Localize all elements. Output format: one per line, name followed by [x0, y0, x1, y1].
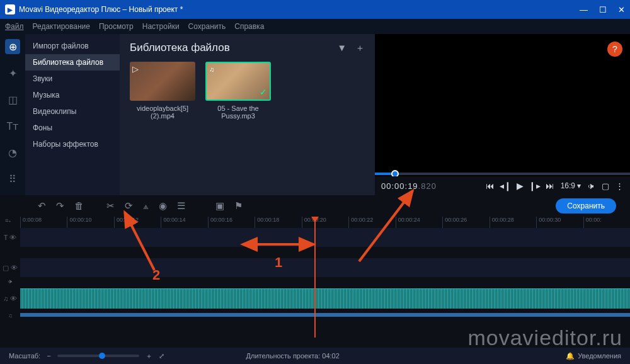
- save-button[interactable]: Сохранить: [556, 198, 616, 213]
- cat-sounds[interactable]: Звуки: [25, 71, 120, 87]
- play-button[interactable]: ▶: [517, 181, 524, 191]
- menu-save[interactable]: Сохранить: [188, 22, 226, 31]
- preview-panel: ? 00:00:19.820 ⏮ ◂❙ ▶ ❙▸ ⏭ 16:9 ▾ 🕩 ▢ ⋮: [375, 34, 630, 195]
- media-filename: videoplayback[5](2).mp4: [130, 105, 195, 120]
- window-title: Movavi Видеоредактор Плюс – Новый проект…: [19, 5, 183, 14]
- menu-file[interactable]: Файл: [5, 22, 24, 31]
- cat-library[interactable]: Библиотека файлов: [25, 54, 120, 71]
- titles-tab-icon[interactable]: Tᴛ: [5, 118, 20, 134]
- timecode: 00:00:19.820: [381, 181, 437, 191]
- playhead[interactable]: [314, 217, 316, 338]
- frame-fwd-button[interactable]: ❙▸: [529, 181, 541, 191]
- duration-label: Длительность проекта: 04:02: [246, 352, 340, 360]
- app-logo-icon: ▶: [5, 4, 15, 14]
- cat-effect-packs[interactable]: Наборы эффектов: [25, 136, 120, 152]
- transitions-tab-icon[interactable]: ◫: [5, 92, 20, 107]
- filter-icon[interactable]: ▼: [337, 42, 346, 54]
- crop-button[interactable]: ⟁: [143, 200, 149, 212]
- menu-help[interactable]: Справка: [234, 22, 264, 31]
- more-icon[interactable]: ⋮: [616, 181, 624, 191]
- cat-music[interactable]: Музыка: [25, 87, 120, 103]
- zoom-in-icon[interactable]: ＋: [146, 351, 152, 361]
- chevron-down-icon: ▾: [577, 181, 581, 190]
- snapshot-icon[interactable]: ▢: [602, 181, 609, 191]
- delete-button[interactable]: 🗑: [74, 200, 84, 212]
- tool-sidebar: ⊕ ✦ ◫ Tᴛ ◔ ⠿: [0, 34, 25, 195]
- zoom-label: Масштаб:: [9, 352, 40, 360]
- undo-button[interactable]: ↶: [38, 200, 46, 212]
- category-panel: Импорт файлов Библиотека файлов Звуки Му…: [25, 34, 120, 195]
- audio-track-icon: ♫: [3, 295, 8, 302]
- marker-button[interactable]: ⚑: [234, 200, 243, 212]
- cat-backgrounds[interactable]: Фоны: [25, 120, 120, 136]
- cat-videoclips[interactable]: Видеоклипы: [25, 103, 120, 120]
- menu-edit[interactable]: Редактирование: [33, 22, 90, 31]
- rotate-button[interactable]: ⟳: [125, 200, 133, 212]
- library-title: Библиотека файлов: [130, 42, 230, 54]
- menu-view[interactable]: Просмотр: [99, 22, 134, 31]
- status-bar: Масштаб: − ＋ ⤢ Длительность проекта: 04:…: [0, 348, 630, 364]
- video-track-icon: ▢: [3, 264, 9, 272]
- transition-wizard-button[interactable]: ▣: [215, 200, 224, 212]
- preview-progress[interactable]: [375, 173, 630, 175]
- annotation-1: 1: [275, 254, 282, 271]
- menubar: Файл Редактирование Просмотр Настройки С…: [0, 19, 630, 34]
- close-button[interactable]: ✕: [618, 5, 625, 14]
- bell-icon: 🔔: [566, 352, 575, 360]
- fit-icon[interactable]: ⤢: [159, 352, 164, 360]
- audio-clip[interactable]: [20, 288, 630, 309]
- eye-icon[interactable]: 👁: [10, 295, 17, 302]
- link-icon: 🕩: [8, 278, 13, 285]
- redo-button[interactable]: ↷: [56, 200, 64, 212]
- text-track-icon: T: [4, 234, 8, 241]
- color-button[interactable]: ◉: [159, 200, 167, 212]
- stickers-tab-icon[interactable]: ◔: [5, 145, 20, 160]
- next-clip-button[interactable]: ⏭: [546, 181, 554, 191]
- music-badge-icon: ♫: [209, 65, 214, 73]
- aspect-selector[interactable]: 16:9 ▾: [561, 181, 581, 190]
- media-thumb-video[interactable]: ▷ videoplayback[5](2).mp4: [130, 62, 195, 120]
- eye-icon[interactable]: 👁: [11, 264, 18, 271]
- help-button[interactable]: ?: [607, 42, 622, 57]
- cat-import[interactable]: Импорт файлов: [25, 38, 120, 54]
- timeline-toolbar: ↶ ↷ 🗑 ✂ ⟳ ⟁ ◉ ☰ ▣ ⚑ Сохранить: [0, 195, 630, 217]
- more-tab-icon[interactable]: ⠿: [5, 171, 20, 186]
- check-badge-icon: ✓: [260, 87, 267, 97]
- audio-clip-2[interactable]: [20, 313, 630, 317]
- minimize-button[interactable]: —: [580, 5, 588, 14]
- filters-tab-icon[interactable]: ✦: [5, 65, 20, 81]
- split-button[interactable]: ✂: [106, 200, 115, 212]
- media-thumb-audio[interactable]: ♫✓ 05 - Save the Pussy.mp3: [205, 62, 271, 120]
- library-panel: Библиотека файлов ▼ ＋ ▷ videoplayback[5]…: [120, 34, 375, 195]
- notifications-button[interactable]: 🔔 Уведомления: [566, 352, 621, 360]
- play-badge-icon: ▷: [132, 64, 139, 74]
- annotation-2: 2: [152, 267, 160, 283]
- eye-icon[interactable]: 👁: [9, 234, 16, 241]
- media-filename: 05 - Save the Pussy.mp3: [205, 105, 271, 120]
- import-tab-icon[interactable]: ⊕: [5, 39, 20, 54]
- volume-icon[interactable]: 🕩: [587, 181, 595, 191]
- adjust-button[interactable]: ☰: [177, 200, 185, 212]
- audio2-icon: ♫: [8, 312, 13, 319]
- titlebar: ▶ Movavi Видеоредактор Плюс – Новый прое…: [0, 0, 630, 19]
- track-add-icon[interactable]: ≡₊: [5, 217, 11, 224]
- menu-settings[interactable]: Настройки: [142, 22, 180, 31]
- frame-back-button[interactable]: ◂❙: [500, 181, 512, 191]
- maximize-button[interactable]: ☐: [599, 5, 607, 14]
- prev-clip-button[interactable]: ⏮: [486, 181, 495, 191]
- add-media-icon[interactable]: ＋: [355, 42, 365, 54]
- zoom-out-icon[interactable]: −: [47, 352, 50, 360]
- zoom-slider[interactable]: [57, 355, 139, 357]
